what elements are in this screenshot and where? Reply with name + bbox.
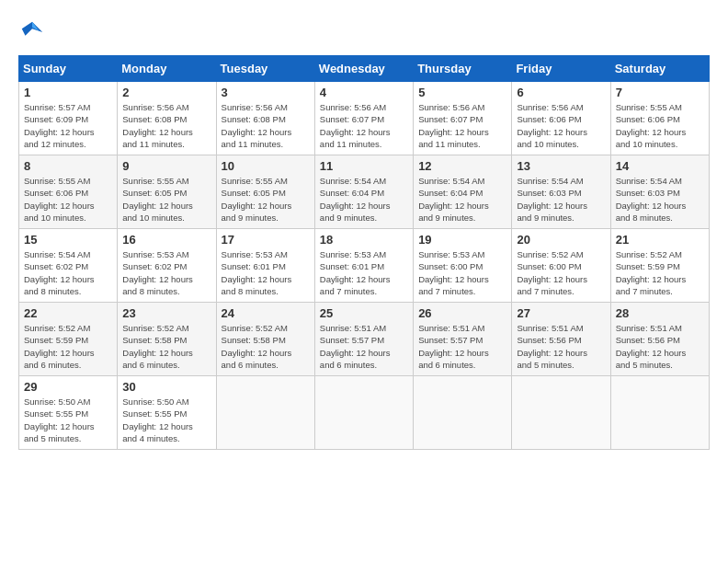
calendar-cell: 15Sunrise: 5:54 AM Sunset: 6:02 PM Dayli… [19,229,118,303]
day-number: 19 [418,233,506,247]
calendar-week-row: 8Sunrise: 5:55 AM Sunset: 6:06 PM Daylig… [19,155,710,229]
calendar-cell: 5Sunrise: 5:56 AM Sunset: 6:07 PM Daylig… [414,82,512,155]
day-number: 30 [122,380,210,394]
day-number: 1 [24,86,112,99]
header-friday: Friday [512,56,610,82]
day-number: 3 [222,86,310,99]
header-tuesday: Tuesday [216,56,314,82]
day-number: 15 [24,233,112,247]
logo [18,18,50,46]
day-number: 7 [616,86,704,99]
cell-content: Sunrise: 5:51 AM Sunset: 5:56 PM Dayligh… [616,322,704,371]
day-number: 9 [122,159,210,173]
calendar-week-row: 29Sunrise: 5:50 AM Sunset: 5:55 PM Dayli… [19,376,710,450]
calendar-cell: 10Sunrise: 5:55 AM Sunset: 6:05 PM Dayli… [216,155,314,229]
cell-content: Sunrise: 5:56 AM Sunset: 6:07 PM Dayligh… [320,101,408,150]
calendar-cell: 18Sunrise: 5:53 AM Sunset: 6:01 PM Dayli… [314,229,413,303]
cell-content: Sunrise: 5:52 AM Sunset: 5:58 PM Dayligh… [222,322,310,371]
cell-content: Sunrise: 5:54 AM Sunset: 6:02 PM Dayligh… [24,248,112,297]
header-thursday: Thursday [414,56,512,82]
cell-content: Sunrise: 5:55 AM Sunset: 6:06 PM Dayligh… [616,101,704,150]
cell-content: Sunrise: 5:51 AM Sunset: 5:57 PM Dayligh… [418,322,506,371]
calendar-cell: 13Sunrise: 5:54 AM Sunset: 6:03 PM Dayli… [512,155,610,229]
calendar-cell: 14Sunrise: 5:54 AM Sunset: 6:03 PM Dayli… [610,155,709,229]
calendar-cell [512,376,610,450]
cell-content: Sunrise: 5:56 AM Sunset: 6:06 PM Dayligh… [517,101,605,150]
calendar-cell: 16Sunrise: 5:53 AM Sunset: 6:02 PM Dayli… [118,229,216,303]
calendar-cell: 2Sunrise: 5:56 AM Sunset: 6:08 PM Daylig… [118,82,216,155]
cell-content: Sunrise: 5:50 AM Sunset: 5:55 PM Dayligh… [122,396,210,444]
cell-content: Sunrise: 5:54 AM Sunset: 6:03 PM Dayligh… [616,175,704,224]
calendar-week-row: 15Sunrise: 5:54 AM Sunset: 6:02 PM Dayli… [19,229,710,303]
calendar-cell: 6Sunrise: 5:56 AM Sunset: 6:06 PM Daylig… [512,82,610,155]
day-number: 2 [122,86,210,99]
cell-content: Sunrise: 5:57 AM Sunset: 6:09 PM Dayligh… [24,101,112,150]
day-number: 24 [222,306,310,320]
day-number: 27 [517,306,605,320]
day-number: 20 [517,233,605,247]
calendar-cell: 17Sunrise: 5:53 AM Sunset: 6:01 PM Dayli… [216,229,314,303]
page-header [18,18,710,46]
cell-content: Sunrise: 5:51 AM Sunset: 5:57 PM Dayligh… [320,322,408,371]
cell-content: Sunrise: 5:52 AM Sunset: 6:00 PM Dayligh… [517,248,605,297]
day-number: 14 [616,159,704,173]
cell-content: Sunrise: 5:54 AM Sunset: 6:03 PM Dayligh… [517,175,605,224]
calendar-cell: 25Sunrise: 5:51 AM Sunset: 5:57 PM Dayli… [314,303,413,376]
calendar-cell: 29Sunrise: 5:50 AM Sunset: 5:55 PM Dayli… [19,376,118,450]
cell-content: Sunrise: 5:50 AM Sunset: 5:55 PM Dayligh… [24,396,112,444]
calendar-cell: 30Sunrise: 5:50 AM Sunset: 5:55 PM Dayli… [118,376,216,450]
cell-content: Sunrise: 5:56 AM Sunset: 6:08 PM Dayligh… [222,101,310,150]
day-number: 12 [418,159,506,173]
day-number: 4 [320,86,408,99]
calendar-cell: 23Sunrise: 5:52 AM Sunset: 5:58 PM Dayli… [118,303,216,376]
day-number: 21 [616,233,704,247]
day-number: 10 [222,159,310,173]
calendar-cell: 19Sunrise: 5:53 AM Sunset: 6:00 PM Dayli… [414,229,512,303]
calendar-cell: 24Sunrise: 5:52 AM Sunset: 5:58 PM Dayli… [216,303,314,376]
cell-content: Sunrise: 5:51 AM Sunset: 5:56 PM Dayligh… [517,322,605,371]
calendar-cell: 9Sunrise: 5:55 AM Sunset: 6:05 PM Daylig… [118,155,216,229]
calendar-cell: 22Sunrise: 5:52 AM Sunset: 5:59 PM Dayli… [19,303,118,376]
calendar-cell: 26Sunrise: 5:51 AM Sunset: 5:57 PM Dayli… [414,303,512,376]
day-number: 16 [122,233,210,247]
day-number: 6 [517,86,605,99]
day-number: 5 [418,86,506,99]
cell-content: Sunrise: 5:55 AM Sunset: 6:05 PM Dayligh… [222,175,310,224]
calendar-cell: 7Sunrise: 5:55 AM Sunset: 6:06 PM Daylig… [610,82,709,155]
day-number: 26 [418,306,506,320]
calendar-cell: 27Sunrise: 5:51 AM Sunset: 5:56 PM Dayli… [512,303,610,376]
calendar-cell [216,376,314,450]
calendar-cell: 11Sunrise: 5:54 AM Sunset: 6:04 PM Dayli… [314,155,413,229]
header-monday: Monday [118,56,216,82]
calendar-cell [314,376,413,450]
cell-content: Sunrise: 5:52 AM Sunset: 5:59 PM Dayligh… [24,322,112,371]
calendar-cell: 20Sunrise: 5:52 AM Sunset: 6:00 PM Dayli… [512,229,610,303]
header-saturday: Saturday [610,56,709,82]
day-number: 8 [24,159,112,173]
cell-content: Sunrise: 5:55 AM Sunset: 6:05 PM Dayligh… [122,175,210,224]
day-number: 28 [616,306,704,320]
calendar-header-row: SundayMondayTuesdayWednesdayThursdayFrid… [19,56,710,82]
calendar-week-row: 1Sunrise: 5:57 AM Sunset: 6:09 PM Daylig… [19,82,710,155]
cell-content: Sunrise: 5:56 AM Sunset: 6:08 PM Dayligh… [122,101,210,150]
day-number: 25 [320,306,408,320]
calendar-cell: 1Sunrise: 5:57 AM Sunset: 6:09 PM Daylig… [19,82,118,155]
cell-content: Sunrise: 5:54 AM Sunset: 6:04 PM Dayligh… [418,175,506,224]
header-wednesday: Wednesday [314,56,413,82]
day-number: 29 [24,380,112,394]
header-sunday: Sunday [19,56,118,82]
calendar-cell: 28Sunrise: 5:51 AM Sunset: 5:56 PM Dayli… [610,303,709,376]
cell-content: Sunrise: 5:53 AM Sunset: 6:01 PM Dayligh… [320,248,408,297]
day-number: 13 [517,159,605,173]
cell-content: Sunrise: 5:56 AM Sunset: 6:07 PM Dayligh… [418,101,506,150]
day-number: 11 [320,159,408,173]
cell-content: Sunrise: 5:53 AM Sunset: 6:00 PM Dayligh… [418,248,506,297]
calendar-cell: 12Sunrise: 5:54 AM Sunset: 6:04 PM Dayli… [414,155,512,229]
day-number: 17 [222,233,310,247]
cell-content: Sunrise: 5:55 AM Sunset: 6:06 PM Dayligh… [24,175,112,224]
cell-content: Sunrise: 5:53 AM Sunset: 6:01 PM Dayligh… [222,248,310,297]
calendar-cell [414,376,512,450]
calendar-cell [610,376,709,450]
logo-icon [18,18,46,46]
calendar-cell: 21Sunrise: 5:52 AM Sunset: 5:59 PM Dayli… [610,229,709,303]
